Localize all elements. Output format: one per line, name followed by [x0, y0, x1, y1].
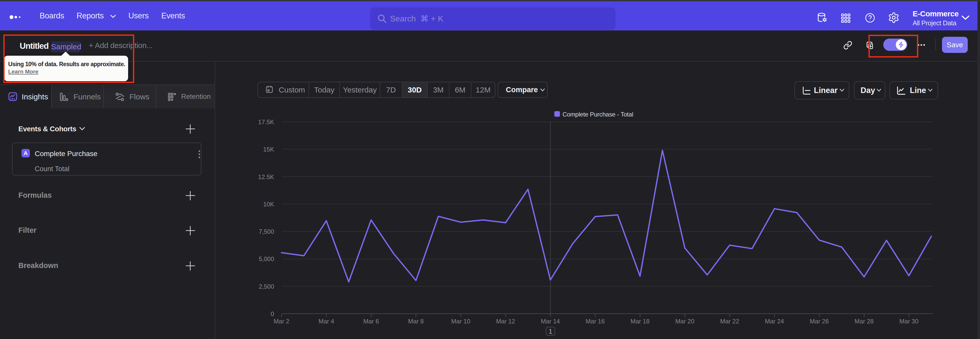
- svg-text:0: 0: [271, 310, 274, 317]
- svg-text:Mar 12: Mar 12: [496, 318, 515, 325]
- svg-text:Mar 18: Mar 18: [630, 318, 649, 325]
- svg-text:Mar 20: Mar 20: [675, 318, 694, 325]
- svg-text:Mar 30: Mar 30: [899, 318, 918, 325]
- svg-text:12.5K: 12.5K: [258, 173, 274, 181]
- svg-text:Mar 28: Mar 28: [854, 318, 873, 325]
- svg-text:Mar 14: Mar 14: [541, 318, 560, 325]
- svg-text:Mar 24: Mar 24: [765, 318, 784, 325]
- svg-text:7,500: 7,500: [259, 228, 274, 235]
- svg-text:Mar 10: Mar 10: [451, 318, 470, 325]
- svg-text:10K: 10K: [263, 201, 274, 208]
- svg-text:Mar 26: Mar 26: [810, 318, 829, 325]
- svg-text:5,000: 5,000: [259, 256, 274, 262]
- svg-text:Mar 16: Mar 16: [586, 318, 605, 325]
- svg-text:2,500: 2,500: [259, 283, 274, 290]
- svg-text:Mar 2: Mar 2: [274, 318, 289, 325]
- svg-text:15K: 15K: [263, 146, 274, 153]
- svg-text:17.5K: 17.5K: [258, 118, 274, 125]
- svg-text:Mar 6: Mar 6: [363, 318, 379, 325]
- svg-text:Mar 22: Mar 22: [720, 318, 739, 325]
- svg-text:Mar 8: Mar 8: [408, 318, 424, 325]
- svg-text:Mar 4: Mar 4: [318, 318, 334, 325]
